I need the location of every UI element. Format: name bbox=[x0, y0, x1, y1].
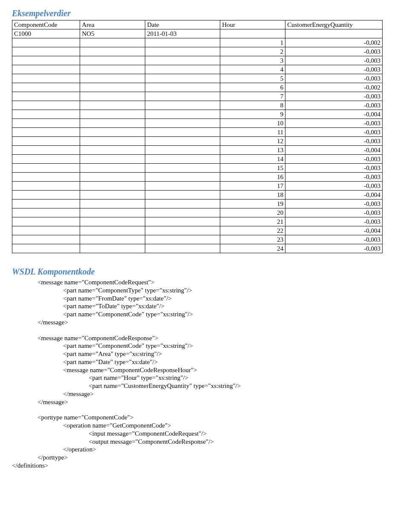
cell bbox=[145, 92, 220, 101]
cell: 23 bbox=[220, 235, 285, 244]
cell: -0,003 bbox=[285, 200, 383, 208]
cell bbox=[80, 244, 145, 253]
data-table: ComponentCode Area Date Hour CustomerEne… bbox=[12, 20, 383, 253]
cell bbox=[145, 146, 220, 155]
cell bbox=[12, 137, 80, 146]
cell: -0,002 bbox=[285, 83, 383, 92]
cell bbox=[80, 200, 145, 208]
cell: -0,003 bbox=[285, 164, 383, 173]
table-row: 11-0,003 bbox=[12, 128, 383, 137]
cell: -0,002 bbox=[285, 38, 383, 47]
column-header-date: Date bbox=[145, 20, 220, 29]
cell bbox=[145, 38, 220, 47]
table-row: 22-0,004 bbox=[12, 226, 383, 235]
cell: 13 bbox=[220, 146, 285, 155]
cell bbox=[12, 83, 80, 92]
cell: 10 bbox=[220, 119, 285, 128]
cell: 16 bbox=[220, 173, 285, 182]
cell bbox=[12, 244, 80, 253]
table-row: 9-0,004 bbox=[12, 110, 383, 119]
wsdl-code-block: <message name="ComponentCodeRequest"><pa… bbox=[12, 278, 397, 470]
wsdl-line: <message name="ComponentCodeResponseHour… bbox=[12, 366, 397, 374]
cell bbox=[12, 191, 80, 200]
cell bbox=[12, 235, 80, 244]
table-row: 6-0,002 bbox=[12, 83, 383, 92]
cell bbox=[80, 173, 145, 182]
cell: -0,004 bbox=[285, 110, 383, 119]
cell bbox=[80, 74, 145, 83]
cell bbox=[145, 244, 220, 253]
cell-area: NO5 bbox=[80, 29, 145, 38]
wsdl-line: <output message="ComponentCodeResponse"/… bbox=[12, 438, 397, 446]
cell-componentcode: C1000 bbox=[12, 29, 80, 38]
cell: 4 bbox=[220, 65, 285, 74]
cell bbox=[12, 173, 80, 182]
table-row: 20-0,003 bbox=[12, 208, 383, 217]
cell bbox=[80, 217, 145, 226]
cell: -0,004 bbox=[285, 191, 383, 200]
cell-hour bbox=[220, 29, 285, 38]
wsdl-line: </message> bbox=[12, 390, 397, 398]
table-row: 24-0,003 bbox=[12, 244, 383, 253]
cell: 24 bbox=[220, 244, 285, 253]
wsdl-line: </message> bbox=[12, 318, 397, 327]
cell bbox=[12, 110, 80, 119]
cell: 1 bbox=[220, 38, 285, 47]
cell bbox=[80, 226, 145, 235]
table-row: 2-0,003 bbox=[12, 47, 383, 56]
cell bbox=[80, 155, 145, 164]
table-row: 5-0,003 bbox=[12, 74, 383, 83]
wsdl-line: <porttype name="ComponentCode"> bbox=[12, 413, 397, 422]
cell: -0,003 bbox=[285, 155, 383, 164]
cell bbox=[145, 182, 220, 191]
cell: 3 bbox=[220, 56, 285, 65]
wsdl-line: <input message="ComponentCodeRequest"/> bbox=[12, 430, 397, 438]
cell bbox=[12, 164, 80, 173]
column-header-customerenergyquantity: CustomerEnergyQuantity bbox=[285, 20, 383, 29]
cell: -0,003 bbox=[285, 244, 383, 253]
wsdl-line: <part name="ComponentType" type="xs:stri… bbox=[12, 286, 397, 295]
cell: -0,003 bbox=[285, 74, 383, 83]
table-row: C1000 NO5 2011-01-03 bbox=[12, 29, 383, 38]
cell bbox=[12, 182, 80, 191]
heading-eksempelverdier: Eksempelverdier bbox=[12, 9, 397, 18]
wsdl-line: </porttype> bbox=[12, 454, 397, 462]
cell bbox=[80, 182, 145, 191]
cell bbox=[145, 56, 220, 65]
cell: 6 bbox=[220, 83, 285, 92]
cell bbox=[12, 226, 80, 235]
cell: 5 bbox=[220, 74, 285, 83]
wsdl-line: <part name="Area" type="xs:string"/> bbox=[12, 350, 397, 358]
cell: 14 bbox=[220, 155, 285, 164]
cell bbox=[12, 38, 80, 47]
cell bbox=[80, 208, 145, 217]
table-row: 15-0,003 bbox=[12, 164, 383, 173]
cell bbox=[80, 164, 145, 173]
cell bbox=[145, 164, 220, 173]
table-row: 4-0,003 bbox=[12, 65, 383, 74]
cell bbox=[80, 47, 145, 56]
wsdl-line bbox=[12, 327, 397, 334]
cell: 15 bbox=[220, 164, 285, 173]
wsdl-line bbox=[12, 406, 397, 413]
cell bbox=[80, 101, 145, 110]
cell bbox=[12, 128, 80, 137]
cell bbox=[145, 155, 220, 164]
cell bbox=[80, 56, 145, 65]
column-header-area: Area bbox=[80, 20, 145, 29]
cell: 21 bbox=[220, 217, 285, 226]
cell bbox=[12, 119, 80, 128]
cell bbox=[12, 146, 80, 155]
cell bbox=[80, 191, 145, 200]
table-row: 17-0,003 bbox=[12, 182, 383, 191]
cell bbox=[80, 38, 145, 47]
wsdl-line: <part name="Hour" type="xs:string"/> bbox=[12, 374, 397, 382]
wsdl-line: <message name="ComponentCodeRequest"> bbox=[12, 278, 397, 286]
cell bbox=[145, 83, 220, 92]
cell: -0,003 bbox=[285, 92, 383, 101]
cell bbox=[12, 47, 80, 56]
cell bbox=[145, 65, 220, 74]
cell bbox=[145, 235, 220, 244]
cell bbox=[145, 128, 220, 137]
cell: -0,003 bbox=[285, 173, 383, 182]
